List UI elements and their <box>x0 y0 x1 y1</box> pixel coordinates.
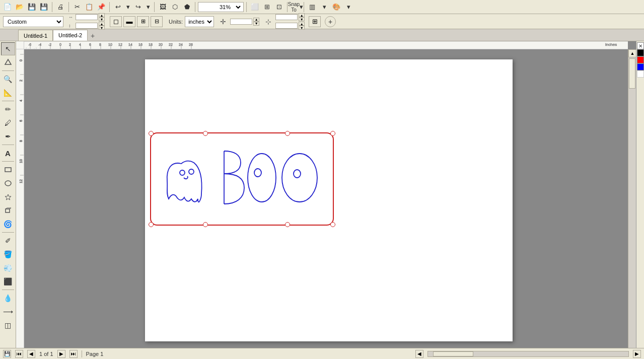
snap-x-up[interactable]: ▲ <box>299 13 305 17</box>
nav-next-button[interactable]: ▶ <box>57 350 65 358</box>
page-size-select[interactable]: Custom Letter A4 <box>3 16 63 27</box>
rect-tool-button[interactable] <box>1 163 15 176</box>
nav-last-button[interactable]: ⏭ <box>69 350 78 358</box>
copy-button[interactable]: 📋 <box>84 2 95 13</box>
height-row: ↕ 12.0 " ▲ ▼ <box>68 22 105 30</box>
landscape-button[interactable]: ▬ <box>123 16 135 27</box>
color-swatch-blue[interactable] <box>637 63 644 70</box>
width-up[interactable]: ▲ <box>99 13 105 17</box>
export-button[interactable]: ⬡ <box>169 2 180 13</box>
pen-tool-button[interactable]: 🖊 <box>1 116 15 129</box>
toolbar-separator-1 <box>52 2 52 12</box>
zoom-input[interactable]: 31% <box>199 4 218 10</box>
svg-text:26: 26 <box>189 43 193 46</box>
redo-button[interactable]: ↪ <box>132 2 144 13</box>
spray-tool-button[interactable]: 💨 <box>1 261 15 274</box>
nav-prev-button[interactable]: ◀ <box>27 350 35 358</box>
undo-button[interactable]: ↩ <box>112 2 123 13</box>
nudge-x-up[interactable]: ▲ <box>253 18 259 22</box>
add-tab-button[interactable]: + <box>88 31 98 41</box>
undo-dropdown[interactable]: ▾ <box>124 2 131 13</box>
page-borders-button[interactable]: ⊟ <box>151 16 163 27</box>
width-down[interactable]: ▼ <box>99 17 105 21</box>
display-mode-dropdown[interactable]: ▾ <box>319 2 330 13</box>
nudge-x-down[interactable]: ▼ <box>253 22 259 26</box>
paste-button[interactable]: 📌 <box>96 2 107 13</box>
circle-tool-button[interactable] <box>1 177 15 190</box>
snap-to-button[interactable]: Snap To▾ <box>290 2 301 13</box>
toolbar-separator-2 <box>68 2 69 12</box>
page-container[interactable] <box>24 49 628 359</box>
node-edit-tool-button[interactable] <box>1 56 15 69</box>
units-select[interactable]: inches mm cm px <box>185 16 214 27</box>
scroll-thumb[interactable] <box>629 58 635 89</box>
new-button[interactable]: 📄 <box>2 2 13 13</box>
page-save-icon[interactable]: 💾 <box>3 350 11 358</box>
h-scroll-track[interactable] <box>427 351 629 357</box>
resize-page-button[interactable]: ⊞ <box>137 16 149 27</box>
nav-first-button[interactable]: ⏮ <box>15 350 23 358</box>
color-swatch-black[interactable] <box>637 49 644 56</box>
display-mode-button[interactable]: ▥ <box>307 2 318 13</box>
tab-untitled2[interactable]: Untitled-2 <box>53 30 88 41</box>
zoom-tool-button[interactable]: 🔍 <box>1 73 15 86</box>
zoom-selection-button[interactable]: ⊡ <box>273 2 284 13</box>
eraser-tool-button[interactable]: ⬛ <box>1 275 15 288</box>
snap-y-down[interactable]: ▼ <box>299 26 305 30</box>
redo-dropdown[interactable]: ▾ <box>145 2 152 13</box>
save-copy-button[interactable]: 💾 <box>38 2 49 13</box>
measure-tool-button[interactable]: 📐 <box>1 86 15 99</box>
import-button[interactable]: 🖼 <box>157 2 168 13</box>
spiral-tool-button[interactable]: 🌀 <box>1 218 15 231</box>
color-mode-dropdown[interactable]: ▾ <box>343 2 354 13</box>
text-tool-button[interactable]: A <box>1 147 15 160</box>
zoom-dropdown[interactable]: 31% 50% 100% <box>218 4 242 11</box>
svg-text:16: 16 <box>138 43 142 46</box>
selected-object[interactable] <box>150 132 334 226</box>
snap-grid-button[interactable]: ⊞ <box>309 16 321 27</box>
height-down[interactable]: ▼ <box>99 26 105 30</box>
toolbox: ↖ 🔍 📐 ✏ 🖊 ✒ A 🌀 ✐ 🪣 💨 ⬛ 💧 <box>0 41 16 359</box>
bucket-tool-button[interactable]: 🪣 <box>1 248 15 261</box>
scroll-track[interactable] <box>628 57 636 351</box>
nudge-x-row: 0.01 " ▲ ▼ <box>230 18 259 26</box>
scroll-up-button[interactable]: ▲ <box>628 49 636 57</box>
save-button[interactable]: 💾 <box>26 2 37 13</box>
snap-x-down[interactable]: ▼ <box>299 17 305 21</box>
calligraphy-tool-button[interactable]: ✒ <box>1 130 15 143</box>
print-button[interactable]: 🖨 <box>55 2 66 13</box>
export2-button[interactable]: ⬟ <box>181 2 192 13</box>
snap-x-input[interactable]: 0.25 " <box>275 14 298 20</box>
height-input[interactable]: 12.0 " <box>76 23 98 29</box>
tab-untitled1[interactable]: Untitled-1 <box>18 30 53 41</box>
height-up[interactable]: ▲ <box>99 22 105 26</box>
snap-y-up[interactable]: ▲ <box>299 22 305 26</box>
star-tool-button[interactable] <box>1 190 15 203</box>
gradient-tool-button[interactable]: ◫ <box>1 319 15 332</box>
open-button[interactable]: 📂 <box>14 2 25 13</box>
cut-button[interactable]: ✂ <box>71 2 83 13</box>
3dbox-tool-button[interactable] <box>1 204 15 217</box>
nudge-x-input[interactable]: 0.01 " <box>230 19 252 25</box>
pencil2-tool-button[interactable]: ✐ <box>1 234 15 247</box>
fit-page-button[interactable]: ⬜ <box>249 2 260 13</box>
color-mode-button[interactable]: 🎨 <box>331 2 342 13</box>
pencil-tool-button[interactable]: ✏ <box>1 103 15 116</box>
h-scroll-right[interactable]: ▶ <box>633 350 641 358</box>
color-swatch-white[interactable] <box>637 70 644 78</box>
width-input[interactable]: 24.0 " <box>76 14 98 20</box>
snap-y-input[interactable]: 0.25 " <box>275 23 298 29</box>
portrait-button[interactable]: ◻ <box>110 16 122 27</box>
svg-marker-0 <box>5 59 11 64</box>
no-color-swatch[interactable]: ✕ <box>637 42 644 49</box>
page-orientation-buttons: ◻ ▬ ⊞ ⊟ <box>110 16 163 27</box>
zoom-drawing-button[interactable]: ⊞ <box>261 2 272 13</box>
dropper-tool-button[interactable]: 💧 <box>1 292 15 305</box>
h-scroll-thumb[interactable] <box>433 351 473 356</box>
svg-text:6: 6 <box>89 43 91 46</box>
color-swatch-red[interactable] <box>637 56 644 63</box>
add-page-button[interactable]: + <box>325 16 336 27</box>
select-tool-button[interactable]: ↖ <box>1 42 15 55</box>
connector-tool-button[interactable]: ⟶ <box>1 305 15 318</box>
h-scroll-left[interactable]: ◀ <box>415 350 423 358</box>
